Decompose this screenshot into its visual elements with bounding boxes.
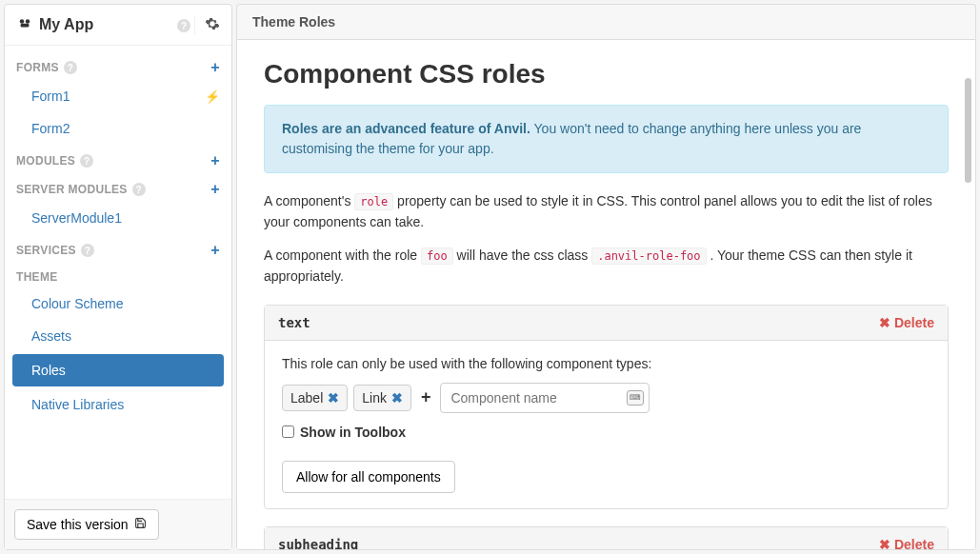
sidebar-footer: Save this version — [5, 499, 231, 549]
main-panel: Theme Roles Component CSS roles Roles ar… — [236, 4, 976, 550]
keyboard-icon[interactable]: ⌨ — [627, 390, 644, 406]
info-box: Roles are an advanced feature of Anvil. … — [264, 105, 949, 173]
show-in-toolbox-row: Show in Toolbox — [282, 425, 930, 440]
close-icon: ✖ — [879, 537, 890, 550]
add-service-button[interactable]: + — [210, 242, 220, 259]
add-module-button[interactable]: + — [210, 152, 220, 169]
role-card-text: text ✖ Delete This role can only be used… — [264, 305, 949, 509]
delete-role-button[interactable]: ✖ Delete — [879, 315, 934, 330]
page-title: Component CSS roles — [264, 59, 949, 89]
remove-tag-icon[interactable]: ✖ — [391, 390, 403, 406]
sidebar-item-servermodule1[interactable]: ServerModule1 — [5, 202, 231, 234]
section-services: SERVICES? + — [5, 234, 231, 263]
plus-icon: + — [417, 387, 435, 407]
code-class: .anvil-role-foo — [591, 247, 706, 265]
remove-tag-icon[interactable]: ✖ — [328, 390, 339, 406]
sidebar-item-form1[interactable]: Form1 ⚡ — [5, 80, 231, 112]
svg-point-0 — [20, 19, 25, 24]
scrollbar[interactable] — [965, 78, 971, 183]
main-body: Component CSS roles Roles are an advance… — [236, 39, 976, 550]
role-body: This role can only be used with the foll… — [265, 341, 948, 508]
role-name: subheading — [278, 537, 879, 550]
sidebar-header: My App ? — [5, 5, 231, 46]
help-icon[interactable]: ? — [64, 61, 77, 74]
code-foo: foo — [421, 247, 453, 265]
sidebar: My App ? FORMS? + Form1 ⚡ Form2 MODULES?… — [4, 4, 232, 550]
sidebar-item-colour-scheme[interactable]: Colour Scheme — [5, 287, 231, 320]
svg-point-1 — [26, 19, 30, 24]
role-header: subheading ✖ Delete — [265, 527, 948, 550]
role-header: text ✖ Delete — [265, 306, 948, 341]
section-forms: FORMS? + — [5, 51, 231, 80]
sidebar-item-roles[interactable]: Roles — [12, 354, 224, 386]
component-name-input[interactable] — [440, 383, 650, 413]
description-1: A component's role property can be used … — [264, 190, 949, 233]
show-in-toolbox-label: Show in Toolbox — [300, 425, 406, 440]
section-modules: MODULES? + — [5, 145, 231, 173]
app-title: My App — [16, 14, 177, 35]
save-version-button[interactable]: Save this version — [14, 509, 159, 540]
sidebar-item-assets[interactable]: Assets — [5, 320, 231, 352]
sidebar-item-native-libraries[interactable]: Native Libraries — [5, 388, 231, 421]
description-2: A component with the role foo will have … — [264, 245, 949, 287]
add-server-module-button[interactable]: + — [210, 181, 220, 198]
section-server-modules: SERVER MODULES? + — [5, 173, 231, 202]
role-name: text — [278, 315, 879, 330]
close-icon: ✖ — [879, 315, 890, 330]
tag-label: Label ✖ — [282, 385, 348, 411]
main-header: Theme Roles — [236, 4, 976, 39]
help-icon[interactable]: ? — [177, 17, 190, 33]
help-icon[interactable]: ? — [132, 183, 146, 196]
tag-link: Link ✖ — [353, 385, 411, 411]
allow-all-button[interactable]: Allow for all components — [282, 461, 455, 493]
delete-role-button[interactable]: ✖ Delete — [879, 537, 934, 550]
section-theme: THEME — [5, 263, 231, 287]
bolt-icon: ⚡ — [205, 89, 220, 104]
sidebar-body: FORMS? + Form1 ⚡ Form2 MODULES? + SERVER… — [5, 46, 231, 499]
gear-icon[interactable] — [194, 16, 220, 34]
svg-rect-2 — [21, 24, 30, 28]
add-form-button[interactable]: + — [210, 59, 220, 76]
component-tags: Label ✖ Link ✖ + ⌨ — [282, 383, 930, 413]
show-in-toolbox-checkbox[interactable] — [282, 425, 294, 438]
code-role: role — [354, 193, 393, 210]
role-description: This role can only be used with the foll… — [282, 356, 930, 371]
app-icon — [16, 14, 33, 35]
help-icon[interactable]: ? — [80, 154, 93, 168]
help-icon[interactable]: ? — [81, 244, 94, 257]
save-icon — [134, 517, 147, 532]
sidebar-item-form2[interactable]: Form2 — [5, 112, 231, 145]
role-card-subheading: subheading ✖ Delete — [264, 526, 949, 550]
